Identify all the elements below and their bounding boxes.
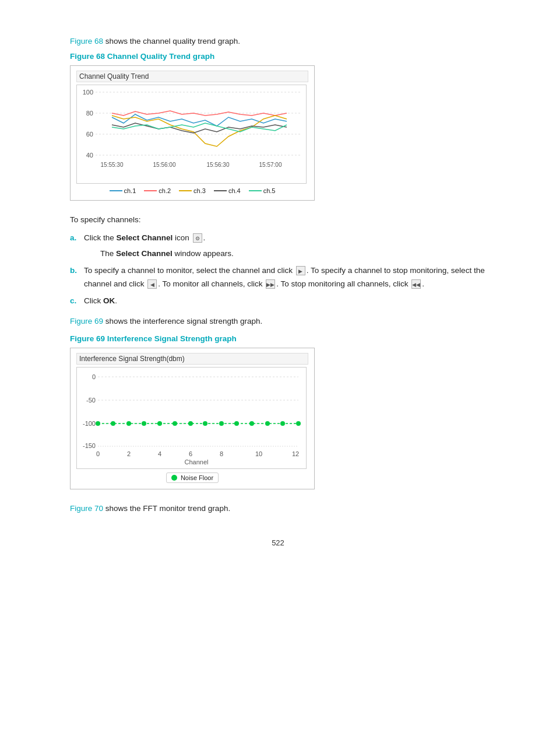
page-content: Figure 68 shows the channel quality tren… — [0, 0, 556, 582]
legend-ch4-line — [214, 190, 227, 191]
legend-ch3: ch.3 — [179, 187, 206, 194]
step-a-sub: The Select Channel window appears. — [70, 247, 486, 261]
svg-text:4: 4 — [158, 450, 161, 457]
fig68-chart-area: 100 80 60 40 15:55:30 15:56:00 15:56:30 … — [76, 85, 307, 184]
fig68-graph-box: Channel Quality Trend 100 80 60 40 15:55… — [70, 65, 315, 201]
svg-point-30 — [111, 421, 115, 426]
svg-text:15:56:00: 15:56:00 — [153, 162, 176, 168]
svg-text:-50: -50 — [86, 397, 96, 404]
svg-text:60: 60 — [86, 131, 93, 138]
svg-text:8: 8 — [220, 450, 223, 457]
fig68-legend: ch.1 ch.2 ch.3 ch.4 ch.5 — [76, 187, 308, 194]
legend-ch3-line — [179, 190, 192, 191]
svg-text:15:56:30: 15:56:30 — [207, 162, 230, 168]
intro-fig68: Figure 68 shows the channel quality tren… — [70, 35, 486, 48]
svg-point-29 — [96, 421, 100, 426]
intro-fig69: Figure 69 shows the interference signal … — [70, 315, 486, 328]
svg-point-32 — [142, 421, 146, 426]
step-a: a. Click the Select Channel icon ⚙. — [70, 232, 486, 245]
fig68-title: Figure 68 Channel Quality Trend graph — [70, 52, 486, 61]
step-a-label: a. — [70, 232, 79, 245]
legend-noise-floor: Noise Floor — [166, 473, 219, 483]
add-all-icon: ▶▶ — [266, 279, 275, 289]
svg-text:100: 100 — [83, 89, 93, 96]
svg-text:-100: -100 — [83, 420, 96, 427]
legend-ch2-line — [144, 190, 157, 191]
svg-point-34 — [173, 421, 177, 426]
fig68-graph-title: Channel Quality Trend — [76, 71, 308, 82]
step-b-label: b. — [70, 264, 79, 291]
step-b: b. To specify a channel to monitor, sele… — [70, 264, 486, 291]
legend-ch3-label: ch.3 — [193, 187, 206, 194]
legend-ch5-label: ch.5 — [263, 187, 276, 194]
fig69-title: Figure 69 Interference Signal Strength g… — [70, 334, 486, 343]
gear-icon: ⚙ — [193, 233, 202, 243]
svg-point-42 — [296, 421, 301, 426]
svg-point-40 — [265, 421, 270, 426]
legend-ch1: ch.1 — [110, 187, 136, 194]
remove-left-icon: ◀ — [147, 279, 157, 289]
svg-text:Channel: Channel — [185, 459, 209, 466]
legend-noise-floor-label: Noise Floor — [181, 474, 213, 481]
svg-point-36 — [203, 421, 207, 426]
ok-bold: OK — [103, 296, 115, 305]
step-a-sub-content: The Select Channel window appears. — [100, 247, 486, 261]
step-c-content: Click OK. — [84, 295, 486, 308]
select-channel-bold2: Select Channel — [116, 249, 173, 258]
svg-text:0: 0 — [92, 373, 96, 380]
legend-ch2: ch.2 — [144, 187, 171, 194]
svg-text:15:55:30: 15:55:30 — [101, 162, 124, 168]
fig68-link[interactable]: Figure 68 — [70, 37, 103, 46]
specify-channels-intro: To specify channels: — [70, 214, 486, 227]
legend-ch1-line — [110, 190, 122, 191]
step-c: c. Click OK. — [70, 295, 486, 308]
fig69-link[interactable]: Figure 69 — [70, 317, 103, 326]
legend-ch2-label: ch.2 — [159, 187, 171, 194]
svg-text:15:57:00: 15:57:00 — [259, 162, 282, 168]
fig69-legend: Noise Floor — [76, 473, 308, 483]
svg-point-39 — [249, 421, 254, 426]
select-channel-bold: Select Channel — [117, 233, 173, 242]
svg-point-41 — [280, 421, 285, 426]
page-number: 522 — [70, 538, 486, 547]
legend-ch1-label: ch.1 — [124, 187, 136, 194]
svg-text:40: 40 — [86, 152, 93, 159]
add-right-icon: ▶ — [296, 266, 305, 275]
svg-text:6: 6 — [189, 450, 192, 457]
fig69-graph-title: Interference Signal Strength(dbm) — [76, 353, 308, 365]
step-a-content: Click the Select Channel icon ⚙. — [84, 232, 486, 245]
legend-ch4-label: ch.4 — [228, 187, 241, 194]
legend-ch5-line — [249, 190, 262, 191]
fig69-chart-area: 0 -50 -100 -150 0 2 4 6 8 10 12 Channel — [76, 367, 307, 469]
svg-text:0: 0 — [96, 450, 100, 457]
intro-fig68-text: shows the channel quality trend graph. — [103, 37, 240, 46]
remove-all-icon: ◀◀ — [411, 279, 421, 289]
step-b-content: To specify a channel to monitor, select … — [84, 264, 486, 291]
fig70-link[interactable]: Figure 70 — [70, 504, 103, 513]
svg-point-35 — [188, 421, 193, 426]
fig68-svg: 100 80 60 40 15:55:30 15:56:00 15:56:30 … — [77, 85, 307, 184]
step-c-label: c. — [70, 295, 79, 308]
svg-text:12: 12 — [292, 450, 299, 457]
svg-point-31 — [126, 421, 131, 426]
fig69-svg: 0 -50 -100 -150 0 2 4 6 8 10 12 Channel — [77, 368, 307, 470]
legend-ch5: ch.5 — [249, 187, 276, 194]
legend-ch4: ch.4 — [214, 187, 241, 194]
svg-point-33 — [157, 421, 162, 426]
svg-text:2: 2 — [127, 450, 131, 457]
intro-fig70: Figure 70 shows the FFT monitor trend gr… — [70, 502, 486, 516]
fig69-graph-box: Interference Signal Strength(dbm) 0 -50 … — [70, 348, 315, 489]
svg-text:80: 80 — [86, 110, 93, 117]
svg-text:10: 10 — [255, 450, 262, 457]
svg-text:-150: -150 — [83, 442, 96, 449]
svg-point-38 — [234, 421, 239, 426]
legend-noise-floor-dot — [171, 475, 177, 481]
svg-point-37 — [219, 421, 224, 426]
